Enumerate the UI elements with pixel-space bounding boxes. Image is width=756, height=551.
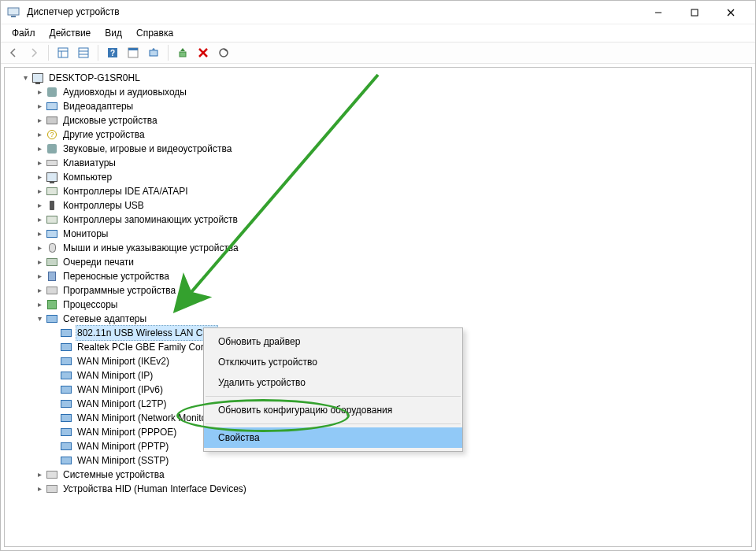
tb-uninstall-icon[interactable] <box>194 43 213 62</box>
hid-icon <box>46 483 58 495</box>
chevron-right-icon[interactable]: ▸ <box>35 227 44 241</box>
selected-device-label: 802.11n USB Wireless LAN Card <box>76 325 218 341</box>
ctx-scan-hardware[interactable]: Обновить конфигурацию оборудования <box>204 400 462 420</box>
chevron-right-icon[interactable]: ▸ <box>35 85 44 99</box>
computer-icon <box>32 72 44 84</box>
tb-tree-icon[interactable] <box>54 43 72 62</box>
device-tree-panel[interactable]: ▾ DESKTOP-G1SR0HL ▸Аудиовходы и аудиовых… <box>4 67 752 547</box>
chevron-right-icon[interactable]: ▸ <box>35 142 44 156</box>
minimize-button[interactable] <box>640 1 676 24</box>
network-adapter-icon <box>60 440 72 453</box>
chevron-down-icon[interactable]: ▾ <box>20 71 30 85</box>
network-adapter-icon <box>60 369 72 382</box>
usb-icon <box>46 199 58 212</box>
system-device-icon <box>46 468 58 481</box>
monitor-icon <box>46 227 58 240</box>
tb-props-icon[interactable] <box>124 43 143 62</box>
portable-device-icon <box>46 270 58 283</box>
tb-help-icon[interactable]: ? <box>103 43 122 62</box>
root-node[interactable]: ▾ DESKTOP-G1SR0HL <box>20 71 750 85</box>
category-mouse[interactable]: ▸Мыши и иные указывающие устройства <box>35 241 750 255</box>
network-adapter-icon <box>60 412 72 424</box>
svg-rect-0 <box>8 8 19 15</box>
category-network[interactable]: ▾Сетевые адаптеры <box>35 312 750 326</box>
ide-controller-icon <box>46 185 58 198</box>
mouse-icon <box>46 242 58 254</box>
category-system[interactable]: ▸Системные устройства <box>35 468 750 482</box>
category-sound[interactable]: ▸Звуковые, игровые и видеоустройства <box>35 142 750 156</box>
titlebar: Диспетчер устройств <box>1 1 755 24</box>
tb-update-driver-icon[interactable] <box>173 43 192 62</box>
category-keyboard[interactable]: ▸Клавиатуры <box>35 156 750 170</box>
chevron-down-icon[interactable]: ▾ <box>35 312 44 326</box>
chevron-right-icon[interactable]: ▸ <box>35 283 44 298</box>
network-adapter-icon <box>60 398 72 410</box>
toolbar-separator <box>168 45 169 61</box>
category-cpu[interactable]: ▸Процессоры <box>35 298 750 312</box>
category-audio[interactable]: ▸Аудиовходы и аудиовыходы <box>35 85 750 99</box>
printer-icon <box>46 256 58 268</box>
network-adapter-icon <box>60 426 72 438</box>
category-computer[interactable]: ▸Компьютер <box>35 170 750 184</box>
chevron-right-icon[interactable]: ▸ <box>35 269 44 283</box>
category-storage[interactable]: ▸Контроллеры запоминающих устройств <box>35 213 750 227</box>
device-wan-sstp[interactable]: ▸WAN Miniport (SSTP) <box>49 453 750 468</box>
ctx-properties[interactable]: Свойства <box>204 427 462 448</box>
maximize-button[interactable] <box>676 1 713 24</box>
forward-button[interactable] <box>24 43 43 62</box>
svg-rect-9 <box>79 48 88 57</box>
chevron-right-icon[interactable]: ▸ <box>35 113 44 128</box>
sound-icon <box>46 142 58 155</box>
menu-help[interactable]: Справка <box>130 26 180 40</box>
ctx-separator <box>206 396 461 397</box>
chevron-right-icon[interactable]: ▸ <box>35 156 44 170</box>
tb-disable-icon[interactable] <box>214 43 233 62</box>
ctx-update-driver[interactable]: Обновить драйвер <box>204 331 462 352</box>
display-adapter-icon <box>46 100 58 113</box>
chevron-right-icon[interactable]: ▸ <box>35 198 44 213</box>
category-video[interactable]: ▸Видеоадаптеры <box>35 99 750 113</box>
category-disk[interactable]: ▸Дисковые устройства <box>35 113 750 128</box>
chevron-right-icon[interactable]: ▸ <box>35 468 44 482</box>
menu-view[interactable]: Вид <box>98 26 128 40</box>
chevron-right-icon[interactable]: ▸ <box>35 99 44 113</box>
category-printqueue[interactable]: ▸Очереди печати <box>35 255 750 269</box>
category-monitor[interactable]: ▸Мониторы <box>35 227 750 241</box>
chevron-right-icon[interactable]: ▸ <box>35 255 44 269</box>
svg-rect-6 <box>58 48 68 57</box>
network-adapter-icon <box>60 454 72 467</box>
chevron-right-icon[interactable]: ▸ <box>35 298 44 312</box>
svg-rect-3 <box>691 9 698 16</box>
category-usb[interactable]: ▸Контроллеры USB <box>35 198 750 213</box>
category-other[interactable]: ▸?Другие устройства <box>35 128 750 142</box>
menu-action[interactable]: Действие <box>43 26 98 40</box>
network-adapter-icon <box>46 312 58 325</box>
svg-point-20 <box>220 49 228 57</box>
category-portable[interactable]: ▸Переносные устройства <box>35 269 750 283</box>
svg-text:?: ? <box>110 49 115 57</box>
chevron-right-icon[interactable]: ▸ <box>35 241 44 255</box>
chevron-right-icon[interactable]: ▸ <box>35 170 44 184</box>
close-button[interactable] <box>713 1 749 24</box>
chevron-right-icon[interactable]: ▸ <box>35 184 44 198</box>
svg-rect-1 <box>11 16 16 17</box>
ctx-uninstall-device[interactable]: Удалить устройство <box>204 372 462 393</box>
category-hid[interactable]: ▸Устройства HID (Human Interface Devices… <box>35 482 750 496</box>
network-adapter-icon <box>60 341 72 353</box>
chevron-right-icon[interactable]: ▸ <box>35 213 44 227</box>
menubar: Файл Действие Вид Справка <box>1 24 755 42</box>
tb-list-icon[interactable] <box>74 43 93 62</box>
storage-controller-icon <box>46 213 58 226</box>
menu-file[interactable]: Файл <box>6 26 42 40</box>
keyboard-icon <box>46 157 58 169</box>
category-ide[interactable]: ▸Контроллеры IDE ATA/ATAPI <box>35 184 750 198</box>
ctx-disable-device[interactable]: Отключить устройство <box>204 352 462 372</box>
category-software[interactable]: ▸Программные устройства <box>35 283 750 298</box>
back-button[interactable] <box>4 43 23 62</box>
network-adapter-icon <box>60 355 72 368</box>
chevron-right-icon[interactable]: ▸ <box>35 128 44 142</box>
toolbar-separator <box>98 45 98 61</box>
svg-rect-16 <box>150 50 158 56</box>
tb-scan-icon[interactable] <box>144 43 163 62</box>
chevron-right-icon[interactable]: ▸ <box>35 482 44 496</box>
